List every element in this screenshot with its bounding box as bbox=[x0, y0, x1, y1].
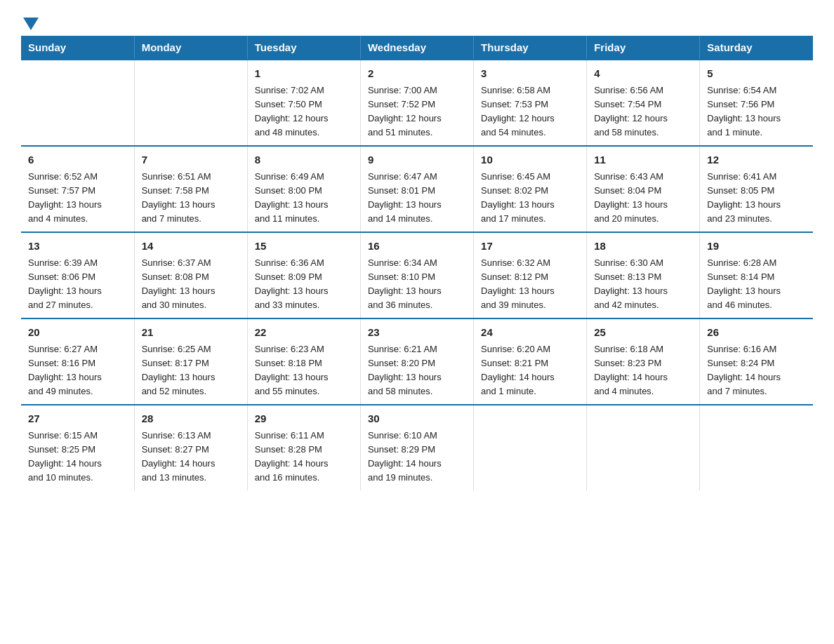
day-number: 5 bbox=[707, 66, 806, 82]
logo bbox=[21, 14, 39, 29]
page-header bbox=[21, 14, 813, 29]
day-number: 2 bbox=[368, 66, 466, 82]
calendar-cell: 15Sunrise: 6:36 AM Sunset: 8:09 PM Dayli… bbox=[247, 232, 360, 318]
day-info: Sunrise: 6:36 AM Sunset: 8:09 PM Dayligh… bbox=[255, 257, 329, 310]
day-info: Sunrise: 6:51 AM Sunset: 7:58 PM Dayligh… bbox=[142, 171, 216, 224]
day-number: 17 bbox=[481, 239, 579, 255]
day-info: Sunrise: 6:25 AM Sunset: 8:17 PM Dayligh… bbox=[142, 344, 216, 396]
day-number: 28 bbox=[142, 411, 240, 427]
day-info: Sunrise: 6:20 AM Sunset: 8:21 PM Dayligh… bbox=[481, 344, 555, 396]
calendar-cell: 22Sunrise: 6:23 AM Sunset: 8:18 PM Dayli… bbox=[247, 318, 360, 405]
day-info: Sunrise: 6:52 AM Sunset: 7:57 PM Dayligh… bbox=[28, 171, 102, 224]
day-number: 23 bbox=[368, 325, 466, 341]
day-number: 21 bbox=[142, 325, 240, 341]
day-info: Sunrise: 6:18 AM Sunset: 8:23 PM Dayligh… bbox=[594, 344, 668, 396]
calendar-cell: 24Sunrise: 6:20 AM Sunset: 8:21 PM Dayli… bbox=[474, 318, 587, 405]
calendar-table: SundayMondayTuesdayWednesdayThursdayFrid… bbox=[21, 36, 813, 490]
calendar-week-row: 6Sunrise: 6:52 AM Sunset: 7:57 PM Daylig… bbox=[21, 146, 813, 232]
calendar-cell: 2Sunrise: 7:00 AM Sunset: 7:52 PM Daylig… bbox=[360, 60, 473, 146]
col-header-saturday: Saturday bbox=[700, 36, 813, 60]
calendar-cell: 5Sunrise: 6:54 AM Sunset: 7:56 PM Daylig… bbox=[700, 60, 813, 146]
calendar-cell: 12Sunrise: 6:41 AM Sunset: 8:05 PM Dayli… bbox=[700, 146, 813, 232]
logo-triangle-icon bbox=[23, 18, 39, 30]
day-info: Sunrise: 6:10 AM Sunset: 8:29 PM Dayligh… bbox=[368, 430, 442, 483]
day-number: 11 bbox=[594, 152, 692, 168]
day-number: 29 bbox=[255, 411, 353, 427]
calendar-cell: 7Sunrise: 6:51 AM Sunset: 7:58 PM Daylig… bbox=[134, 146, 247, 232]
day-info: Sunrise: 6:45 AM Sunset: 8:02 PM Dayligh… bbox=[481, 171, 555, 224]
day-info: Sunrise: 6:47 AM Sunset: 8:01 PM Dayligh… bbox=[368, 171, 442, 224]
calendar-cell: 9Sunrise: 6:47 AM Sunset: 8:01 PM Daylig… bbox=[360, 146, 473, 232]
calendar-cell bbox=[134, 60, 247, 146]
day-info: Sunrise: 6:54 AM Sunset: 7:56 PM Dayligh… bbox=[707, 85, 781, 137]
day-number: 15 bbox=[255, 239, 353, 255]
day-info: Sunrise: 6:13 AM Sunset: 8:27 PM Dayligh… bbox=[142, 430, 216, 483]
calendar-cell: 8Sunrise: 6:49 AM Sunset: 8:00 PM Daylig… bbox=[247, 146, 360, 232]
day-info: Sunrise: 6:43 AM Sunset: 8:04 PM Dayligh… bbox=[594, 171, 668, 224]
day-info: Sunrise: 6:39 AM Sunset: 8:06 PM Dayligh… bbox=[28, 257, 102, 310]
calendar-cell: 18Sunrise: 6:30 AM Sunset: 8:13 PM Dayli… bbox=[587, 232, 700, 318]
day-info: Sunrise: 6:21 AM Sunset: 8:20 PM Dayligh… bbox=[368, 344, 442, 396]
day-number: 8 bbox=[255, 152, 353, 168]
calendar-header-row: SundayMondayTuesdayWednesdayThursdayFrid… bbox=[21, 36, 813, 60]
col-header-wednesday: Wednesday bbox=[360, 36, 473, 60]
col-header-monday: Monday bbox=[134, 36, 247, 60]
calendar-cell: 4Sunrise: 6:56 AM Sunset: 7:54 PM Daylig… bbox=[587, 60, 700, 146]
calendar-cell: 26Sunrise: 6:16 AM Sunset: 8:24 PM Dayli… bbox=[700, 318, 813, 405]
calendar-cell: 20Sunrise: 6:27 AM Sunset: 8:16 PM Dayli… bbox=[21, 318, 134, 405]
calendar-cell: 6Sunrise: 6:52 AM Sunset: 7:57 PM Daylig… bbox=[21, 146, 134, 232]
day-info: Sunrise: 7:00 AM Sunset: 7:52 PM Dayligh… bbox=[368, 85, 442, 137]
col-header-sunday: Sunday bbox=[21, 36, 134, 60]
calendar-cell: 10Sunrise: 6:45 AM Sunset: 8:02 PM Dayli… bbox=[474, 146, 587, 232]
calendar-cell: 3Sunrise: 6:58 AM Sunset: 7:53 PM Daylig… bbox=[474, 60, 587, 146]
day-info: Sunrise: 6:49 AM Sunset: 8:00 PM Dayligh… bbox=[255, 171, 329, 224]
col-header-tuesday: Tuesday bbox=[247, 36, 360, 60]
day-info: Sunrise: 6:37 AM Sunset: 8:08 PM Dayligh… bbox=[142, 257, 216, 310]
calendar-cell: 28Sunrise: 6:13 AM Sunset: 8:27 PM Dayli… bbox=[134, 405, 247, 490]
calendar-cell: 30Sunrise: 6:10 AM Sunset: 8:29 PM Dayli… bbox=[360, 405, 473, 490]
calendar-cell bbox=[474, 405, 587, 490]
calendar-cell: 29Sunrise: 6:11 AM Sunset: 8:28 PM Dayli… bbox=[247, 405, 360, 490]
day-info: Sunrise: 6:28 AM Sunset: 8:14 PM Dayligh… bbox=[707, 257, 781, 310]
day-number: 19 bbox=[707, 239, 806, 255]
col-header-friday: Friday bbox=[587, 36, 700, 60]
day-info: Sunrise: 6:30 AM Sunset: 8:13 PM Dayligh… bbox=[594, 257, 668, 310]
day-info: Sunrise: 6:11 AM Sunset: 8:28 PM Dayligh… bbox=[255, 430, 329, 483]
calendar-cell: 21Sunrise: 6:25 AM Sunset: 8:17 PM Dayli… bbox=[134, 318, 247, 405]
day-number: 12 bbox=[707, 152, 806, 168]
day-number: 13 bbox=[28, 239, 127, 255]
calendar-cell bbox=[700, 405, 813, 490]
day-number: 10 bbox=[481, 152, 579, 168]
calendar-cell bbox=[587, 405, 700, 490]
calendar-cell: 14Sunrise: 6:37 AM Sunset: 8:08 PM Dayli… bbox=[134, 232, 247, 318]
day-number: 4 bbox=[594, 66, 692, 82]
day-number: 14 bbox=[142, 239, 240, 255]
day-number: 22 bbox=[255, 325, 353, 341]
calendar-cell bbox=[21, 60, 134, 146]
day-number: 27 bbox=[28, 411, 127, 427]
day-number: 24 bbox=[481, 325, 579, 341]
day-info: Sunrise: 6:15 AM Sunset: 8:25 PM Dayligh… bbox=[28, 430, 102, 483]
day-info: Sunrise: 6:32 AM Sunset: 8:12 PM Dayligh… bbox=[481, 257, 555, 310]
calendar-cell: 11Sunrise: 6:43 AM Sunset: 8:04 PM Dayli… bbox=[587, 146, 700, 232]
day-number: 9 bbox=[368, 152, 466, 168]
calendar-week-row: 13Sunrise: 6:39 AM Sunset: 8:06 PM Dayli… bbox=[21, 232, 813, 318]
day-info: Sunrise: 6:56 AM Sunset: 7:54 PM Dayligh… bbox=[594, 85, 668, 137]
calendar-cell: 23Sunrise: 6:21 AM Sunset: 8:20 PM Dayli… bbox=[360, 318, 473, 405]
day-number: 7 bbox=[142, 152, 240, 168]
day-number: 16 bbox=[368, 239, 466, 255]
day-number: 25 bbox=[594, 325, 692, 341]
day-number: 30 bbox=[368, 411, 466, 427]
calendar-cell: 25Sunrise: 6:18 AM Sunset: 8:23 PM Dayli… bbox=[587, 318, 700, 405]
day-info: Sunrise: 6:23 AM Sunset: 8:18 PM Dayligh… bbox=[255, 344, 329, 396]
day-number: 6 bbox=[28, 152, 127, 168]
day-info: Sunrise: 6:58 AM Sunset: 7:53 PM Dayligh… bbox=[481, 85, 555, 137]
day-number: 20 bbox=[28, 325, 127, 341]
day-number: 26 bbox=[707, 325, 806, 341]
calendar-cell: 13Sunrise: 6:39 AM Sunset: 8:06 PM Dayli… bbox=[21, 232, 134, 318]
day-number: 18 bbox=[594, 239, 692, 255]
calendar-cell: 16Sunrise: 6:34 AM Sunset: 8:10 PM Dayli… bbox=[360, 232, 473, 318]
day-info: Sunrise: 7:02 AM Sunset: 7:50 PM Dayligh… bbox=[255, 85, 329, 137]
calendar-cell: 27Sunrise: 6:15 AM Sunset: 8:25 PM Dayli… bbox=[21, 405, 134, 490]
day-info: Sunrise: 6:27 AM Sunset: 8:16 PM Dayligh… bbox=[28, 344, 102, 396]
